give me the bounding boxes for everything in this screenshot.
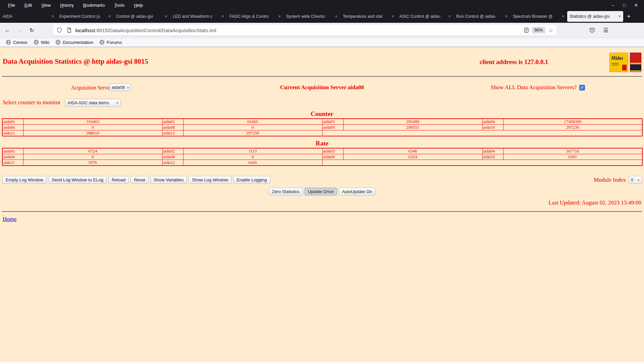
address-bar[interactable]: localhost:8015/DataAcquisitionControl/Da… bbox=[53, 25, 556, 36]
tab-led-and-waveform-c[interactable]: LED and Waveform c× bbox=[170, 11, 226, 22]
bookmark-star-icon[interactable]: ☆ bbox=[548, 27, 553, 34]
zoom-level-badge[interactable]: 90% bbox=[532, 27, 545, 34]
tab-close-icon[interactable]: × bbox=[619, 14, 621, 19]
empty-cell bbox=[322, 160, 642, 166]
menu-help[interactable]: Help bbox=[129, 3, 148, 8]
tab-fadc-align-contro[interactable]: FADC Align & Contro× bbox=[227, 11, 283, 22]
menu-tools[interactable]: Tools bbox=[110, 3, 129, 8]
update-once-button[interactable]: Update Once bbox=[305, 188, 337, 195]
empty-log-window-button[interactable]: Empty Log Window bbox=[2, 176, 47, 184]
chevron-down-icon: ∨ bbox=[116, 101, 118, 105]
counter-name-cell: aida04 bbox=[482, 119, 503, 125]
tab-close-icon[interactable]: × bbox=[222, 14, 224, 19]
minimize-button[interactable]: – bbox=[612, 3, 614, 8]
rate-value-cell: 1115 bbox=[183, 148, 322, 154]
actions-row: Empty Log WindowSend Log Window to ELogR… bbox=[0, 176, 644, 185]
midas-logo-decoration bbox=[611, 63, 619, 64]
tab-bar: AIDA×Experiment Control (a×Control @ aid… bbox=[0, 10, 644, 23]
tab-system-wide-checks[interactable]: System wide Checks× bbox=[284, 11, 340, 22]
counter-value-cell: 316463 bbox=[23, 119, 162, 125]
rate-value-cell: 6426 bbox=[183, 160, 322, 166]
tab-close-icon[interactable]: × bbox=[165, 14, 167, 19]
menu-history[interactable]: History bbox=[55, 3, 78, 8]
tab-spectrum-browser[interactable]: Spectrum Browser @× bbox=[511, 11, 567, 22]
module-index-value: 0 bbox=[631, 177, 633, 182]
counter-row: aida01316463aida0261665aida03295499aida0… bbox=[2, 119, 642, 125]
forward-icon: → bbox=[17, 27, 23, 34]
menu-bar: FileEditViewHistoryBookmarksToolsHelp bbox=[0, 3, 148, 8]
counter-value-cell: 288610 bbox=[23, 130, 162, 136]
show-all-checkbox[interactable]: ✓ bbox=[579, 85, 585, 90]
counter-value-cell: 297250 bbox=[183, 130, 322, 136]
rate-value-cell: 367716 bbox=[503, 148, 642, 154]
tab-run-control-aidas[interactable]: Run Control @ aidas-× bbox=[454, 11, 510, 22]
pocket-icon[interactable] bbox=[589, 27, 595, 33]
show-variables-button[interactable]: Show Variables bbox=[150, 176, 187, 184]
send-log-window-to-elog-button[interactable]: Send Log Window to ELog bbox=[48, 176, 107, 184]
tab-close-icon[interactable]: × bbox=[392, 14, 394, 19]
tab-close-icon[interactable]: × bbox=[505, 14, 507, 19]
tab-label: ASIC Control @ aidas bbox=[399, 14, 447, 19]
rate-name-cell: aida12 bbox=[162, 160, 183, 166]
zero-statistics-button[interactable]: Zero Statistics bbox=[269, 188, 303, 195]
back-icon[interactable]: ← bbox=[5, 27, 10, 34]
counter-value-cell: 0 bbox=[23, 125, 162, 130]
show-log-window-button[interactable]: Show Log Window bbox=[189, 176, 231, 184]
tab-control-aidas-gsi[interactable]: Control @ aidas-gsi× bbox=[114, 11, 170, 22]
divider bbox=[2, 76, 642, 77]
menu-file[interactable]: File bbox=[3, 3, 20, 8]
counter-monitor-select[interactable]: AIDA ADC data items ∨ bbox=[65, 99, 121, 107]
rate-name-cell: aida11 bbox=[2, 160, 23, 166]
tab-label: Temperature and stat bbox=[343, 14, 390, 19]
menu-edit[interactable]: Edit bbox=[20, 3, 37, 8]
reader-view-icon[interactable] bbox=[524, 27, 529, 33]
home-link[interactable]: Home bbox=[3, 216, 17, 223]
page-info-icon[interactable] bbox=[66, 27, 72, 33]
close-button[interactable]: ✕ bbox=[634, 3, 638, 8]
navigation-toolbar: ← → ↻ localhost:8015/DataAcquisitionCont… bbox=[0, 23, 644, 38]
tab-experiment-control-a[interactable]: Experiment Control (a× bbox=[57, 11, 113, 22]
menu-hamburger-icon[interactable]: ☰ bbox=[603, 27, 608, 34]
new-tab-button[interactable]: + bbox=[627, 13, 631, 20]
autoupdate-on-button[interactable]: AutoUpdate On bbox=[339, 188, 376, 195]
tab-label: FADC Align & Contro bbox=[229, 14, 277, 19]
tab-label: Spectrum Browser @ bbox=[513, 14, 560, 19]
tab-aida[interactable]: AIDA× bbox=[0, 11, 56, 22]
tab-label: Experiment Control (a bbox=[59, 14, 107, 19]
tab-statistics-aidas-gsi[interactable]: Statistics @ aidas-gsi× bbox=[567, 11, 623, 22]
tab-temperature-and-stat[interactable]: Temperature and stat× bbox=[340, 11, 396, 22]
url-path: :8015/DataAcquisitionControl/DataAcquisi… bbox=[95, 27, 216, 33]
reload-button[interactable]: Reload bbox=[108, 176, 129, 184]
tab-close-icon[interactable]: × bbox=[52, 14, 54, 19]
bookmark-centos[interactable]: Centos bbox=[3, 40, 31, 45]
url-host: localhost bbox=[75, 27, 95, 33]
bookmark-wiki[interactable]: Wiki bbox=[31, 40, 53, 45]
tab-label: Run Control @ aidas- bbox=[456, 14, 504, 19]
counter-heading: Counter bbox=[0, 110, 644, 118]
menu-bookmarks[interactable]: Bookmarks bbox=[78, 3, 110, 8]
tab-strip: AIDA×Experiment Control (a×Control @ aid… bbox=[0, 11, 624, 22]
enable-logging-button[interactable]: Enable Logging bbox=[233, 176, 270, 184]
page-header: Data Acquisition Statistics @ http aidas… bbox=[0, 47, 644, 76]
reset-button[interactable]: Reset bbox=[130, 176, 149, 184]
logos: Midas bbox=[609, 53, 641, 72]
tab-close-icon[interactable]: × bbox=[335, 14, 337, 19]
counter-name-cell: aida09 bbox=[322, 125, 343, 130]
tab-close-icon[interactable]: × bbox=[562, 14, 564, 19]
counter-name-cell: aida12 bbox=[162, 130, 183, 136]
tab-asic-control-aidas[interactable]: ASIC Control @ aidas× bbox=[397, 11, 453, 22]
bookmark-documentation[interactable]: Documentation bbox=[52, 40, 96, 45]
tab-close-icon[interactable]: × bbox=[448, 14, 451, 19]
rate-value-cell: 6724 bbox=[23, 148, 162, 154]
tab-close-icon[interactable]: × bbox=[108, 14, 111, 19]
select-counter-label: Select counter to monitor bbox=[3, 99, 60, 106]
menu-view[interactable]: View bbox=[37, 3, 55, 8]
maximize-button[interactable]: □ bbox=[623, 3, 626, 8]
shield-icon[interactable] bbox=[57, 27, 62, 33]
tab-close-icon[interactable]: × bbox=[278, 14, 281, 19]
reload-icon[interactable]: ↻ bbox=[30, 27, 34, 34]
module-index-select[interactable]: 0 ∨ bbox=[629, 176, 642, 184]
rate-value-cell: 5976 bbox=[23, 160, 162, 166]
bookmark-forums[interactable]: Forums bbox=[96, 40, 125, 45]
globe-icon bbox=[55, 40, 61, 45]
